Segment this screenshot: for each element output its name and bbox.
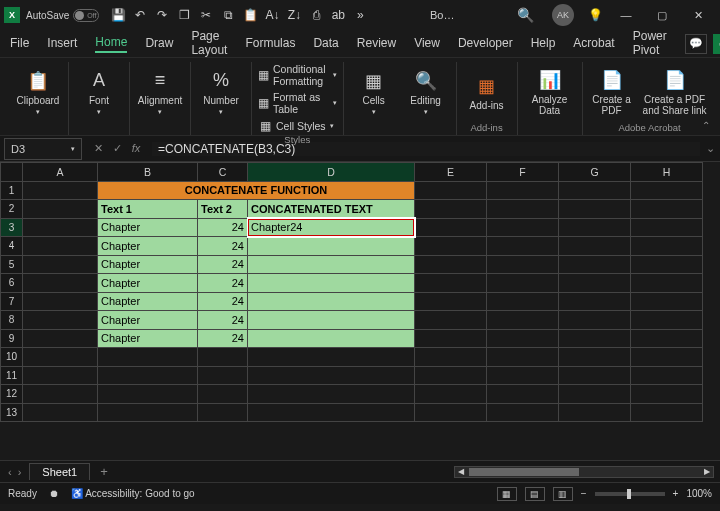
cell[interactable] (415, 311, 487, 330)
save-icon[interactable]: 💾 (111, 8, 125, 22)
cell-title[interactable]: CONCATENATE FUNCTION (98, 181, 415, 200)
col-header-e[interactable]: E (415, 163, 487, 182)
sort-asc-icon[interactable]: A↓ (265, 8, 279, 22)
cell[interactable] (487, 237, 559, 256)
copy-icon[interactable]: ⧉ (221, 8, 235, 22)
select-all-corner[interactable] (1, 163, 23, 182)
tab-power-pivot[interactable]: Power Pivot (633, 29, 667, 59)
create-pdf-share-button[interactable]: 📄Create a PDF and Share link (639, 68, 711, 116)
cell[interactable] (23, 237, 98, 256)
cell[interactable]: 24 (198, 329, 248, 348)
scroll-thumb[interactable] (469, 468, 579, 476)
col-header-b[interactable]: B (98, 163, 198, 182)
cell[interactable]: 24 (198, 218, 248, 237)
cell-styles-button[interactable]: ▦Cell Styles▾ (258, 118, 337, 134)
redo-icon[interactable]: ↷ (155, 8, 169, 22)
cell[interactable] (248, 311, 415, 330)
lightbulb-icon[interactable]: 💡 (588, 8, 602, 22)
cell[interactable] (198, 366, 248, 385)
cell[interactable] (559, 274, 631, 293)
row-header[interactable]: 12 (1, 385, 23, 404)
tab-review[interactable]: Review (357, 36, 396, 52)
cell[interactable] (415, 218, 487, 237)
cell[interactable] (248, 292, 415, 311)
addins-button[interactable]: ▦Add-ins (463, 74, 511, 111)
cell[interactable] (631, 181, 703, 200)
cell[interactable] (98, 366, 198, 385)
cell[interactable]: Chapter (98, 255, 198, 274)
cell[interactable] (198, 403, 248, 422)
col-header-f[interactable]: F (487, 163, 559, 182)
page-layout-view-icon[interactable]: ▤ (525, 487, 545, 501)
cell[interactable] (487, 403, 559, 422)
comments-button[interactable]: 💬 (685, 34, 707, 54)
cell[interactable]: 24 (198, 274, 248, 293)
conditional-formatting-button[interactable]: ▦Conditional Formatting▾ (258, 62, 337, 88)
cell[interactable] (23, 403, 98, 422)
new-icon[interactable]: ❐ (177, 8, 191, 22)
row-header[interactable]: 11 (1, 366, 23, 385)
zoom-level[interactable]: 100% (686, 488, 712, 499)
scroll-left-icon[interactable]: ◀ (455, 467, 467, 477)
cell[interactable] (559, 255, 631, 274)
tab-insert[interactable]: Insert (47, 36, 77, 52)
cell[interactable] (487, 366, 559, 385)
formula-input[interactable]: =CONCATENATE(B3,C3) (152, 142, 700, 156)
alignment-button[interactable]: ≡Alignment▾ (136, 69, 184, 116)
cell[interactable] (559, 366, 631, 385)
cell[interactable]: Text 2 (198, 200, 248, 219)
cell[interactable]: 24 (198, 237, 248, 256)
cell[interactable] (98, 348, 198, 367)
search-icon[interactable]: 🔍 (517, 7, 534, 23)
font-button[interactable]: AFont▾ (75, 69, 123, 116)
cell[interactable] (487, 181, 559, 200)
row-header[interactable]: 1 (1, 181, 23, 200)
cell[interactable]: 24 (198, 292, 248, 311)
cell-active[interactable]: Chapter24 (248, 218, 415, 237)
cell[interactable] (415, 200, 487, 219)
cell[interactable] (248, 274, 415, 293)
cell[interactable] (23, 200, 98, 219)
cell[interactable] (415, 274, 487, 293)
tab-page-layout[interactable]: Page Layout (191, 29, 227, 59)
cell[interactable] (198, 385, 248, 404)
cell[interactable] (248, 329, 415, 348)
row-header[interactable]: 3 (1, 218, 23, 237)
cell[interactable]: Chapter (98, 237, 198, 256)
col-header-d[interactable]: D (248, 163, 415, 182)
toggle-off-icon[interactable]: Off (73, 9, 99, 22)
sheet-tab[interactable]: Sheet1 (29, 463, 90, 480)
zoom-out-icon[interactable]: − (581, 488, 587, 499)
cell[interactable]: Chapter (98, 311, 198, 330)
row-header[interactable]: 5 (1, 255, 23, 274)
tab-developer[interactable]: Developer (458, 36, 513, 52)
prev-sheet-icon[interactable]: ‹ (8, 466, 12, 478)
cut-icon[interactable]: ✂ (199, 8, 213, 22)
cell[interactable] (248, 366, 415, 385)
row-header[interactable]: 2 (1, 200, 23, 219)
cell[interactable] (559, 200, 631, 219)
cell[interactable] (487, 200, 559, 219)
cell[interactable] (23, 385, 98, 404)
overflow-icon[interactable]: » (353, 8, 367, 22)
cell[interactable] (487, 348, 559, 367)
cell[interactable] (631, 311, 703, 330)
cell[interactable] (23, 274, 98, 293)
print-icon[interactable]: ⎙ (309, 8, 323, 22)
cell[interactable] (23, 255, 98, 274)
analyze-data-button[interactable]: 📊Analyze Data (524, 68, 576, 116)
col-header-g[interactable]: G (559, 163, 631, 182)
tab-acrobat[interactable]: Acrobat (573, 36, 614, 52)
close-button[interactable]: ✕ (680, 0, 716, 30)
cell[interactable] (248, 348, 415, 367)
cell[interactable] (487, 255, 559, 274)
col-header-c[interactable]: C (198, 163, 248, 182)
cell[interactable] (559, 181, 631, 200)
cell[interactable] (631, 200, 703, 219)
cell[interactable]: Chapter (98, 218, 198, 237)
strike-icon[interactable]: ab (331, 8, 345, 22)
cell[interactable] (415, 366, 487, 385)
format-as-table-button[interactable]: ▦Format as Table▾ (258, 90, 337, 116)
scroll-right-icon[interactable]: ▶ (701, 467, 713, 477)
cell[interactable]: CONCATENATED TEXT (248, 200, 415, 219)
